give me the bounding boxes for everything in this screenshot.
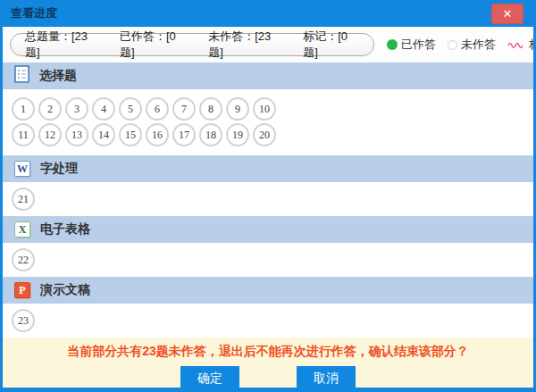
question-circle[interactable]: 10 [253,97,276,121]
view-progress-dialog: 查看进度 ✕ 总题量：[23题] 已作答：[0题] 未作答：[23题] 标记：[… [0,0,536,392]
question-circle[interactable]: 2 [38,97,62,121]
powerpoint-icon: P [14,282,30,298]
stat-marked: 标记：[0题] [303,29,359,61]
question-circle[interactable]: 21 [12,188,35,211]
section-presentation: P 演示文稿 23 [3,277,533,338]
unanswered-circle-icon [448,40,457,50]
word-icon: W [14,161,30,177]
section-content: 1234567891011121314151617181920 [3,89,533,155]
question-circle[interactable]: 20 [253,123,276,146]
legend-unanswered-label: 未作答 [461,37,496,53]
legend: 已作答 未作答 标记 [387,37,536,53]
section-title: 演示文稿 [40,282,90,298]
question-circle[interactable]: 17 [172,123,196,146]
question-circle[interactable]: 4 [92,97,115,121]
legend-unanswered: 未作答 [448,37,496,53]
question-circle[interactable]: 12 [38,123,62,146]
question-circle[interactable]: 23 [12,309,35,332]
question-circle[interactable]: 5 [119,97,142,121]
section-content: 21 [3,182,533,216]
question-circle[interactable]: 13 [65,123,88,146]
question-circle[interactable]: 11 [12,123,35,146]
close-icon[interactable]: ✕ [491,4,523,24]
section-header: 选择题 [3,63,533,89]
section-spreadsheet: X 电子表格 22 [3,216,533,277]
confirm-button[interactable]: 确定 [180,366,239,390]
question-circle-list: 22 [12,248,280,271]
dialog-title: 查看进度 [11,5,57,21]
marked-wave-icon [507,40,525,49]
status-row: 总题量：[23题] 已作答：[0题] 未作答：[23题] 标记：[0题] 已作答… [3,27,533,63]
question-circle-list: 21 [12,188,280,211]
question-circle[interactable]: 6 [146,97,169,121]
question-circle[interactable]: 22 [12,248,35,271]
section-title: 字处理 [40,161,78,177]
excel-icon: X [14,221,30,238]
question-circle[interactable]: 7 [172,97,196,121]
question-circle[interactable]: 18 [199,123,222,146]
section-title: 电子表格 [40,221,90,238]
question-circle[interactable]: 1 [12,97,35,121]
question-circle[interactable]: 9 [226,97,249,121]
footer-buttons: 确定 取消 [180,366,356,390]
section-title: 选择题 [39,68,77,84]
answered-dot-icon [387,39,398,50]
section-header: X 电子表格 [3,216,533,243]
question-circle[interactable]: 19 [226,123,249,146]
question-circle[interactable]: 14 [92,123,115,146]
legend-answered-label: 已作答 [401,37,436,53]
stat-total: 总题量：[23题] [25,29,98,61]
legend-answered: 已作答 [387,37,436,53]
question-sections: 选择题 1234567891011121314151617181920 W 字处… [3,63,533,338]
legend-marked: 标记 [507,37,536,53]
cancel-button[interactable]: 取消 [297,366,356,390]
question-circle-list: 1234567891011121314151617181920 [12,97,280,146]
questionnaire-icon [14,65,29,87]
stat-answered: 已作答：[0题] [120,29,187,61]
footer: 当前部分共有23题未作答，退出后不能再次进行作答，确认结束该部分？ 确定 取消 [3,338,533,390]
question-circle-list: 23 [12,309,280,332]
status-summary: 总题量：[23题] 已作答：[0题] 未作答：[23题] 标记：[0题] [10,33,374,56]
question-circle[interactable]: 15 [119,123,142,146]
section-word-processing: W 字处理 21 [3,155,533,216]
section-header: W 字处理 [3,155,533,182]
warning-text: 当前部分共有23题未作答，退出后不能再次进行作答，确认结束该部分？ [67,344,469,360]
titlebar: 查看进度 ✕ [3,0,533,27]
question-circle[interactable]: 16 [146,123,169,146]
section-header: P 演示文稿 [3,277,533,304]
question-circle[interactable]: 8 [199,97,222,121]
section-content: 23 [3,304,533,338]
section-multiple-choice: 选择题 1234567891011121314151617181920 [3,63,533,155]
legend-marked-label: 标记 [529,37,536,53]
stat-unanswered: 未作答：[23题] [208,29,281,61]
section-content: 22 [3,243,533,277]
question-circle[interactable]: 3 [65,97,88,121]
